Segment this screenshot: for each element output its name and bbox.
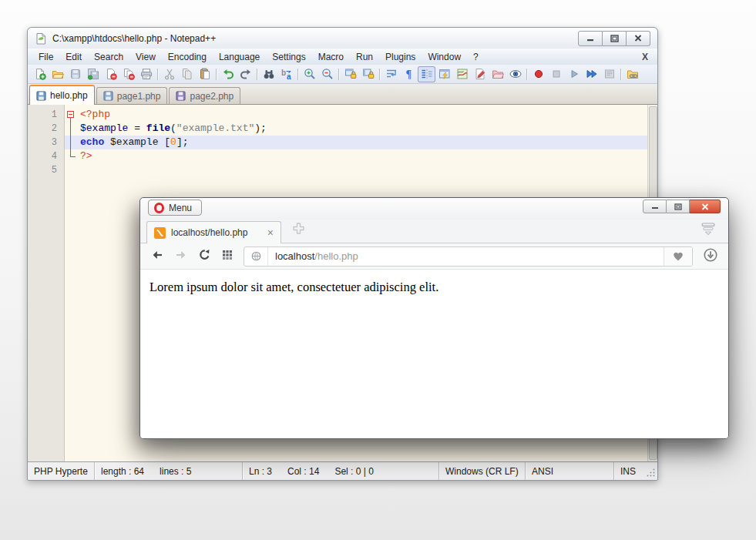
download-button[interactable]: [703, 247, 718, 266]
site-badge-button[interactable]: [244, 247, 268, 266]
status-encoding[interactable]: ANSI: [526, 462, 614, 480]
folder-as-workspace-button[interactable]: [489, 66, 506, 82]
code-line-5[interactable]: [65, 163, 647, 177]
new-file-icon: [34, 68, 46, 80]
doc-switcher-button[interactable]: [435, 66, 453, 82]
minimize-button[interactable]: [578, 31, 603, 46]
xampp-favicon-icon: [154, 227, 166, 239]
zoom-out-button[interactable]: [318, 66, 336, 82]
url-text[interactable]: localhost/hello.php: [268, 250, 664, 262]
document-map-icon: [456, 68, 469, 80]
status-eol-format[interactable]: Windows (CR LF): [439, 462, 526, 480]
code-line-4[interactable]: ?>: [65, 149, 647, 163]
reload-button[interactable]: [198, 248, 211, 264]
menu-item-view[interactable]: View: [129, 50, 162, 64]
menubar-close-document-button[interactable]: X: [642, 52, 653, 62]
undo-button[interactable]: [219, 66, 237, 82]
macro-play-button[interactable]: [565, 66, 583, 82]
forward-button[interactable]: [174, 249, 188, 264]
word-wrap-button[interactable]: [382, 66, 400, 82]
zoom-out-icon: [321, 68, 334, 80]
close-button[interactable]: [102, 66, 119, 82]
address-bar[interactable]: localhost/hello.php: [244, 247, 693, 267]
code-line-3[interactable]: echo $example [0];: [65, 136, 647, 149]
tab-menu-button[interactable]: [701, 223, 716, 238]
tab-page1-php[interactable]: page1.php: [96, 87, 168, 104]
restore-button[interactable]: [603, 31, 627, 46]
new-file-button[interactable]: [31, 66, 49, 82]
opera-toolbar: localhost/hello.php: [140, 243, 728, 270]
code-line-1[interactable]: <?php: [65, 108, 647, 122]
fold-minus-box-icon[interactable]: [67, 111, 74, 118]
indent-guide-button[interactable]: [418, 66, 435, 82]
macro-record-icon: [533, 68, 545, 80]
sync-horizontal-scroll-button[interactable]: [359, 66, 377, 82]
menu-item-help[interactable]: ?: [467, 50, 485, 64]
macro-run-multiple-button[interactable]: [583, 66, 600, 82]
resize-grip[interactable]: [646, 468, 656, 480]
print-icon: [140, 68, 153, 80]
maximize-button[interactable]: [667, 200, 690, 213]
close-all-button[interactable]: [119, 66, 137, 82]
close-button[interactable]: [627, 31, 650, 46]
fold-collapse-marker[interactable]: [65, 108, 79, 122]
menu-item-file[interactable]: File: [32, 50, 59, 64]
minimize-button[interactable]: [643, 200, 667, 213]
opera-titlebar[interactable]: Menu: [140, 198, 728, 220]
zoom-in-button[interactable]: [301, 66, 318, 82]
bookmark-button[interactable]: [664, 247, 692, 266]
menu-item-language[interactable]: Language: [213, 50, 266, 64]
fold-margin: [65, 149, 79, 163]
floppy-disk-icon: [36, 91, 46, 101]
code-line-2[interactable]: $example = file("example.txt");: [65, 122, 647, 136]
preview-button[interactable]: [506, 66, 524, 82]
svg-text:¶: ¶: [405, 69, 412, 80]
notepadpp-titlebar[interactable]: C:\xampp\htdocs\hello.php - Notepad++: [28, 28, 657, 49]
print-button[interactable]: [137, 66, 155, 82]
copy-button[interactable]: [178, 66, 196, 82]
macro-record-button[interactable]: [529, 66, 547, 82]
menu-item-edit[interactable]: Edit: [59, 50, 88, 64]
speed-dial-button[interactable]: [221, 249, 234, 264]
menu-item-search[interactable]: Search: [88, 50, 129, 64]
redo-button[interactable]: [237, 66, 254, 82]
menu-item-encoding[interactable]: Encoding: [162, 50, 213, 64]
floppy-disk-icon: [103, 91, 113, 101]
back-button[interactable]: [150, 249, 164, 264]
opera-window: Menu localhost/hello.php ×: [139, 197, 729, 439]
macro-save-button[interactable]: [600, 66, 618, 82]
tab-hello-php[interactable]: hello.php: [29, 85, 95, 105]
cut-button[interactable]: [160, 66, 178, 82]
find-icon: [263, 68, 275, 80]
opera-menu-button[interactable]: Menu: [148, 200, 202, 216]
menu-item-window[interactable]: Window: [422, 50, 467, 64]
find-button[interactable]: [260, 66, 277, 82]
save-button[interactable]: [66, 66, 84, 82]
minimize-icon: [651, 203, 659, 210]
macro-stop-button[interactable]: [547, 66, 565, 82]
document-map-button[interactable]: [453, 66, 471, 82]
close-button[interactable]: [690, 200, 721, 213]
function-list-button[interactable]: [471, 66, 489, 82]
tab-page2-php[interactable]: page2.php: [169, 87, 240, 104]
floppy-disk-icon: [176, 91, 186, 101]
monitoring-button[interactable]: [623, 66, 641, 82]
status-insert-mode[interactable]: INS: [614, 462, 643, 480]
menu-item-plugins[interactable]: Plugins: [379, 50, 422, 64]
opera-logo-icon: [154, 203, 164, 213]
doc-switcher-icon: [438, 68, 451, 80]
menu-item-macro[interactable]: Macro: [312, 50, 350, 64]
paste-button[interactable]: [196, 66, 213, 82]
tab-close-button[interactable]: ×: [267, 227, 274, 238]
function-list-icon: [474, 68, 486, 80]
open-file-button[interactable]: [49, 66, 66, 82]
toolbar: ba¶: [28, 65, 657, 84]
menu-item-settings[interactable]: Settings: [266, 50, 311, 64]
browser-tab-localhost[interactable]: localhost/hello.php ×: [146, 221, 281, 243]
menu-item-run[interactable]: Run: [350, 50, 379, 64]
save-all-button[interactable]: [84, 66, 102, 82]
replace-button[interactable]: ba: [277, 66, 295, 82]
show-all-characters-button[interactable]: ¶: [400, 66, 418, 82]
sync-vertical-scroll-button[interactable]: [341, 66, 359, 82]
new-tab-button[interactable]: [292, 222, 305, 238]
